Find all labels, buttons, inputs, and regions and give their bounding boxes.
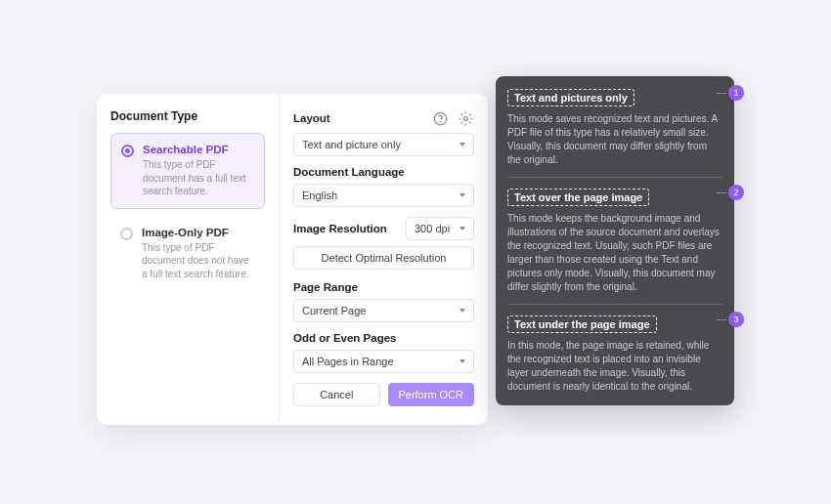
lang-value: English	[302, 189, 337, 201]
detect-resolution-button[interactable]: Detect Optimal Resolution	[293, 246, 474, 270]
layout-label: Layout	[293, 112, 330, 124]
tooltip-desc: This mode keeps the background image and…	[507, 212, 722, 294]
document-type-title: Document Type	[110, 109, 265, 123]
tooltip-title: Text over the page image	[507, 189, 649, 206]
doc-type-desc: This type of PDF document has a full tex…	[143, 158, 254, 198]
settings-panel: Layout Text and picture only Document La…	[280, 94, 488, 425]
tooltip-desc: This mode saves recognized text and pict…	[507, 112, 722, 167]
res-select[interactable]: 300 dpi	[406, 217, 474, 240]
tooltip-item: 1 Text and pictures only This mode saves…	[507, 88, 722, 178]
tooltip-desc: In this mode, the page image is retained…	[507, 339, 722, 394]
res-label: Image Resolution	[293, 223, 387, 234]
tooltip-title: Text and pictures only	[507, 89, 634, 106]
tooltip-item: 3 Text under the page image In this mode…	[507, 315, 722, 394]
tooltip-item: 2 Text over the page image This mode kee…	[507, 188, 722, 305]
doc-type-label: Image-Only PDF	[142, 227, 255, 238]
doc-type-label: Searchable PDF	[143, 144, 254, 155]
doc-type-desc: This type of PDF document does not have …	[142, 241, 255, 281]
svg-point-1	[440, 121, 441, 122]
res-value: 300 dpi	[415, 223, 450, 234]
range-label: Page Range	[293, 281, 474, 293]
layout-value: Text and picture only	[302, 139, 401, 150]
number-badge: 2	[728, 185, 744, 200]
layout-select[interactable]: Text and picture only	[293, 133, 474, 156]
lang-label: Document Language	[293, 166, 474, 178]
cancel-button[interactable]: Cancel	[293, 383, 380, 406]
document-type-panel: Document Type Searchable PDF This type o…	[97, 94, 280, 425]
doc-type-searchable-pdf[interactable]: Searchable PDF This type of PDF document…	[110, 133, 265, 209]
oddeven-label: Odd or Even Pages	[293, 332, 474, 344]
radio-icon	[120, 228, 133, 240]
svg-point-2	[463, 116, 467, 120]
ocr-dialog: Document Type Searchable PDF This type o…	[97, 94, 488, 425]
gear-icon[interactable]	[457, 109, 474, 127]
radio-icon	[121, 145, 134, 157]
range-value: Current Page	[302, 305, 366, 316]
help-icon[interactable]	[431, 109, 449, 127]
tooltip-title: Text under the page image	[507, 315, 657, 333]
oddeven-select[interactable]: All Pages in Range	[293, 350, 474, 373]
oddeven-value: All Pages in Range	[302, 356, 394, 367]
layout-tooltip: 1 Text and pictures only This mode saves…	[496, 76, 734, 405]
doc-type-image-only-pdf[interactable]: Image-Only PDF This type of PDF document…	[110, 217, 265, 291]
number-badge: 1	[728, 85, 744, 101]
range-select[interactable]: Current Page	[293, 299, 474, 322]
perform-ocr-button[interactable]: Perform OCR	[388, 383, 475, 406]
lang-select[interactable]: English	[293, 184, 474, 207]
number-badge: 3	[728, 312, 744, 327]
